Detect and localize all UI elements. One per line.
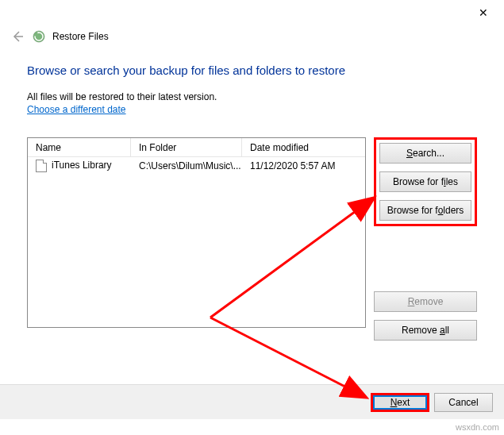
file-date: 11/12/2020 5:57 AM: [242, 160, 365, 171]
col-header-date[interactable]: Date modified: [242, 138, 365, 156]
col-header-folder[interactable]: In Folder: [131, 138, 242, 156]
instruction-heading: Browse or search your backup for files a…: [27, 64, 477, 77]
file-icon: [36, 160, 47, 172]
file-list[interactable]: Name In Folder Date modified iTunes Libr…: [27, 137, 366, 328]
list-header[interactable]: Name In Folder Date modified: [28, 138, 365, 157]
footer-bar: Next Cancel: [0, 384, 504, 419]
file-name: iTunes Library: [52, 160, 112, 171]
browse-folders-button[interactable]: Browse for folders: [379, 200, 471, 221]
file-folder: C:\Users\Dilum\Music\...: [131, 160, 242, 171]
remove-button: Remove: [374, 291, 477, 312]
subtext: All files will be restored to their late…: [27, 91, 477, 102]
back-arrow-icon[interactable]: [10, 29, 25, 44]
close-icon[interactable]: ✕: [472, 3, 494, 22]
browse-files-button[interactable]: Browse for files: [379, 171, 471, 192]
table-row[interactable]: iTunes Library C:\Users\Dilum\Music\... …: [28, 157, 365, 175]
highlight-annotation: Search... Browse for files Browse for fo…: [374, 137, 477, 226]
window-title: Restore Files: [52, 31, 109, 42]
remove-all-button[interactable]: Remove all: [374, 320, 477, 341]
next-button[interactable]: Next: [371, 393, 429, 412]
cancel-button[interactable]: Cancel: [434, 393, 493, 412]
choose-date-link[interactable]: Choose a different date: [27, 104, 126, 115]
search-button[interactable]: Search...: [379, 143, 471, 164]
restore-app-icon: [32, 29, 46, 44]
watermark: wsxdn.com: [456, 422, 499, 432]
col-header-name[interactable]: Name: [28, 138, 131, 156]
